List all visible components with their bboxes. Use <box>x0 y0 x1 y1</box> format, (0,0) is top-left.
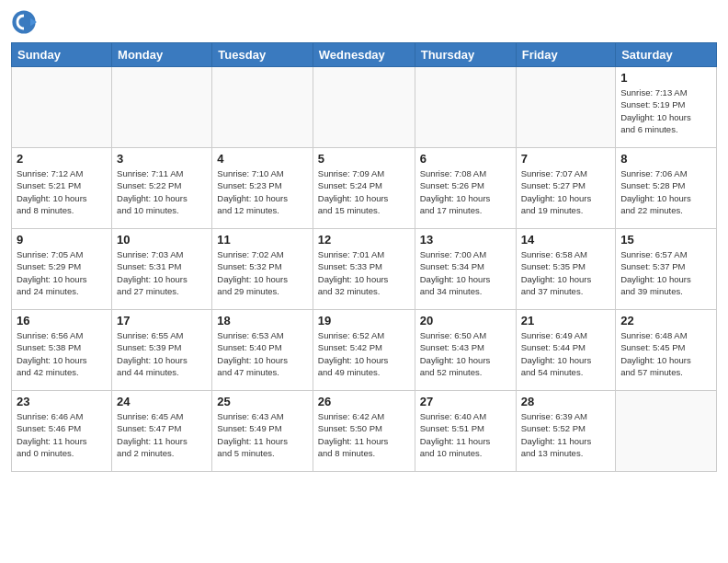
day-info: Sunrise: 6:45 AM Sunset: 5:47 PM Dayligh… <box>117 410 207 459</box>
day-cell: 8Sunrise: 7:06 AM Sunset: 5:28 PM Daylig… <box>616 148 717 229</box>
day-cell: 7Sunrise: 7:07 AM Sunset: 5:27 PM Daylig… <box>516 148 616 229</box>
day-cell: 26Sunrise: 6:42 AM Sunset: 5:50 PM Dayli… <box>313 391 415 472</box>
day-cell <box>112 67 212 148</box>
week-row-1: 1Sunrise: 7:13 AM Sunset: 5:19 PM Daylig… <box>12 67 717 148</box>
day-number: 5 <box>318 152 410 166</box>
day-number: 6 <box>420 152 511 166</box>
day-info: Sunrise: 7:10 AM Sunset: 5:23 PM Dayligh… <box>217 167 307 216</box>
day-cell: 25Sunrise: 6:43 AM Sunset: 5:49 PM Dayli… <box>212 391 313 472</box>
day-info: Sunrise: 7:09 AM Sunset: 5:24 PM Dayligh… <box>318 167 410 216</box>
day-number: 14 <box>521 233 611 247</box>
day-info: Sunrise: 6:53 AM Sunset: 5:40 PM Dayligh… <box>217 329 307 378</box>
day-cell: 15Sunrise: 6:57 AM Sunset: 5:37 PM Dayli… <box>616 229 717 310</box>
day-cell: 4Sunrise: 7:10 AM Sunset: 5:23 PM Daylig… <box>212 148 313 229</box>
day-info: Sunrise: 6:58 AM Sunset: 5:35 PM Dayligh… <box>521 248 611 297</box>
day-cell: 22Sunrise: 6:48 AM Sunset: 5:45 PM Dayli… <box>616 310 717 391</box>
day-info: Sunrise: 7:13 AM Sunset: 5:19 PM Dayligh… <box>620 86 711 135</box>
day-info: Sunrise: 6:55 AM Sunset: 5:39 PM Dayligh… <box>117 329 207 378</box>
day-cell: 28Sunrise: 6:39 AM Sunset: 5:52 PM Dayli… <box>516 391 616 472</box>
day-info: Sunrise: 7:05 AM Sunset: 5:29 PM Dayligh… <box>17 248 107 297</box>
day-cell <box>12 67 112 148</box>
day-info: Sunrise: 6:50 AM Sunset: 5:43 PM Dayligh… <box>420 329 511 378</box>
day-info: Sunrise: 6:42 AM Sunset: 5:50 PM Dayligh… <box>318 410 410 459</box>
logo-icon <box>11 9 37 35</box>
day-cell: 10Sunrise: 7:03 AM Sunset: 5:31 PM Dayli… <box>112 229 212 310</box>
day-cell: 3Sunrise: 7:11 AM Sunset: 5:22 PM Daylig… <box>112 148 212 229</box>
day-info: Sunrise: 7:12 AM Sunset: 5:21 PM Dayligh… <box>17 167 107 216</box>
day-cell <box>516 67 616 148</box>
day-cell: 23Sunrise: 6:46 AM Sunset: 5:46 PM Dayli… <box>12 391 112 472</box>
day-number: 2 <box>17 152 107 166</box>
day-cell: 24Sunrise: 6:45 AM Sunset: 5:47 PM Dayli… <box>112 391 212 472</box>
day-number: 27 <box>420 395 511 408</box>
day-info: Sunrise: 7:00 AM Sunset: 5:34 PM Dayligh… <box>420 248 511 297</box>
calendar-table: SundayMondayTuesdayWednesdayThursdayFrid… <box>11 42 717 472</box>
day-number: 12 <box>318 233 410 247</box>
day-info: Sunrise: 6:48 AM Sunset: 5:45 PM Dayligh… <box>620 329 711 378</box>
day-cell: 17Sunrise: 6:55 AM Sunset: 5:39 PM Dayli… <box>112 310 212 391</box>
day-cell: 14Sunrise: 6:58 AM Sunset: 5:35 PM Dayli… <box>516 229 616 310</box>
weekday-header-monday: Monday <box>112 43 212 67</box>
day-cell <box>212 67 313 148</box>
day-info: Sunrise: 7:06 AM Sunset: 5:28 PM Dayligh… <box>620 167 711 216</box>
header <box>11 9 717 35</box>
weekday-header-row: SundayMondayTuesdayWednesdayThursdayFrid… <box>12 43 717 67</box>
day-number: 3 <box>117 152 207 166</box>
day-info: Sunrise: 6:52 AM Sunset: 5:42 PM Dayligh… <box>318 329 410 378</box>
week-row-2: 2Sunrise: 7:12 AM Sunset: 5:21 PM Daylig… <box>12 148 717 229</box>
day-number: 8 <box>620 152 711 166</box>
day-number: 9 <box>17 233 107 247</box>
day-info: Sunrise: 6:57 AM Sunset: 5:37 PM Dayligh… <box>620 248 711 297</box>
weekday-header-sunday: Sunday <box>12 43 112 67</box>
day-cell: 21Sunrise: 6:49 AM Sunset: 5:44 PM Dayli… <box>516 310 616 391</box>
week-row-5: 23Sunrise: 6:46 AM Sunset: 5:46 PM Dayli… <box>12 391 717 472</box>
day-number: 26 <box>318 395 410 408</box>
day-number: 13 <box>420 233 511 247</box>
day-cell <box>415 67 516 148</box>
day-info: Sunrise: 7:03 AM Sunset: 5:31 PM Dayligh… <box>117 248 207 297</box>
day-cell: 16Sunrise: 6:56 AM Sunset: 5:38 PM Dayli… <box>12 310 112 391</box>
day-number: 18 <box>217 314 307 327</box>
weekday-header-wednesday: Wednesday <box>313 43 415 67</box>
day-number: 11 <box>217 233 307 247</box>
day-cell <box>313 67 415 148</box>
day-cell: 11Sunrise: 7:02 AM Sunset: 5:32 PM Dayli… <box>212 229 313 310</box>
day-number: 25 <box>217 395 307 408</box>
week-row-4: 16Sunrise: 6:56 AM Sunset: 5:38 PM Dayli… <box>12 310 717 391</box>
day-info: Sunrise: 6:40 AM Sunset: 5:51 PM Dayligh… <box>420 410 511 459</box>
day-cell: 5Sunrise: 7:09 AM Sunset: 5:24 PM Daylig… <box>313 148 415 229</box>
day-number: 23 <box>17 395 107 408</box>
day-info: Sunrise: 6:43 AM Sunset: 5:49 PM Dayligh… <box>217 410 307 459</box>
weekday-header-tuesday: Tuesday <box>212 43 313 67</box>
day-info: Sunrise: 7:07 AM Sunset: 5:27 PM Dayligh… <box>521 167 611 216</box>
day-number: 10 <box>117 233 207 247</box>
day-info: Sunrise: 7:08 AM Sunset: 5:26 PM Dayligh… <box>420 167 511 216</box>
week-row-3: 9Sunrise: 7:05 AM Sunset: 5:29 PM Daylig… <box>12 229 717 310</box>
page-container: SundayMondayTuesdayWednesdayThursdayFrid… <box>0 0 728 479</box>
day-cell: 13Sunrise: 7:00 AM Sunset: 5:34 PM Dayli… <box>415 229 516 310</box>
day-cell: 9Sunrise: 7:05 AM Sunset: 5:29 PM Daylig… <box>12 229 112 310</box>
day-cell: 2Sunrise: 7:12 AM Sunset: 5:21 PM Daylig… <box>12 148 112 229</box>
day-cell <box>616 391 717 472</box>
day-info: Sunrise: 6:56 AM Sunset: 5:38 PM Dayligh… <box>17 329 107 378</box>
day-number: 4 <box>217 152 307 166</box>
day-number: 7 <box>521 152 611 166</box>
day-cell: 1Sunrise: 7:13 AM Sunset: 5:19 PM Daylig… <box>616 67 717 148</box>
day-info: Sunrise: 7:11 AM Sunset: 5:22 PM Dayligh… <box>117 167 207 216</box>
weekday-header-friday: Friday <box>516 43 616 67</box>
day-number: 19 <box>318 314 410 327</box>
day-info: Sunrise: 7:01 AM Sunset: 5:33 PM Dayligh… <box>318 248 410 297</box>
day-cell: 18Sunrise: 6:53 AM Sunset: 5:40 PM Dayli… <box>212 310 313 391</box>
logo <box>11 9 40 35</box>
day-number: 22 <box>620 314 711 327</box>
day-number: 16 <box>17 314 107 327</box>
day-cell: 6Sunrise: 7:08 AM Sunset: 5:26 PM Daylig… <box>415 148 516 229</box>
weekday-header-saturday: Saturday <box>616 43 717 67</box>
day-info: Sunrise: 6:39 AM Sunset: 5:52 PM Dayligh… <box>521 410 611 459</box>
day-number: 17 <box>117 314 207 327</box>
day-number: 24 <box>117 395 207 408</box>
day-cell: 19Sunrise: 6:52 AM Sunset: 5:42 PM Dayli… <box>313 310 415 391</box>
day-cell: 27Sunrise: 6:40 AM Sunset: 5:51 PM Dayli… <box>415 391 516 472</box>
day-cell: 12Sunrise: 7:01 AM Sunset: 5:33 PM Dayli… <box>313 229 415 310</box>
day-info: Sunrise: 6:49 AM Sunset: 5:44 PM Dayligh… <box>521 329 611 378</box>
